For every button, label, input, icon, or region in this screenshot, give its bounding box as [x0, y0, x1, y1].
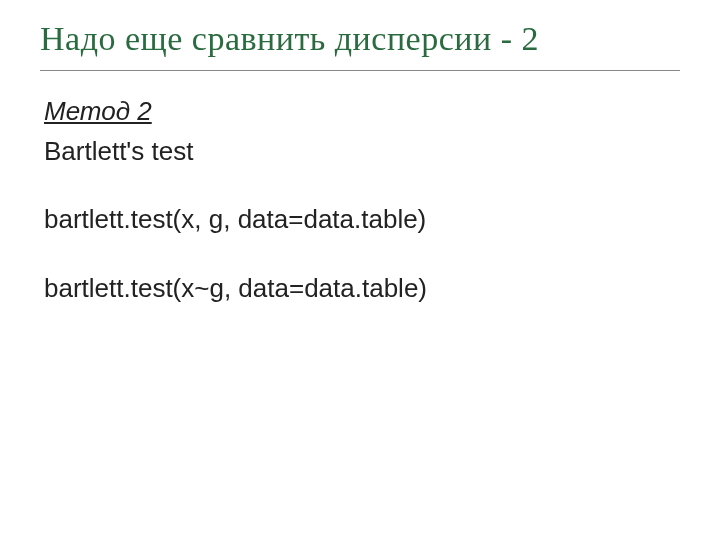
method-label: Метод 2 [44, 96, 680, 127]
slide-content: Метод 2 Bartlett's test bartlett.test(x,… [40, 96, 680, 306]
spacer [44, 238, 680, 270]
title-area: Надо еще сравнить дисперсии - 2 [40, 20, 680, 71]
code-line-2: bartlett.test(x~g, data=data.table) [44, 270, 680, 306]
code-line-1: bartlett.test(x, g, data=data.table) [44, 201, 680, 237]
slide-title: Надо еще сравнить дисперсии - 2 [40, 20, 680, 58]
spacer [44, 169, 680, 201]
test-name: Bartlett's test [44, 133, 680, 169]
slide: Надо еще сравнить дисперсии - 2 Метод 2 … [0, 0, 720, 540]
